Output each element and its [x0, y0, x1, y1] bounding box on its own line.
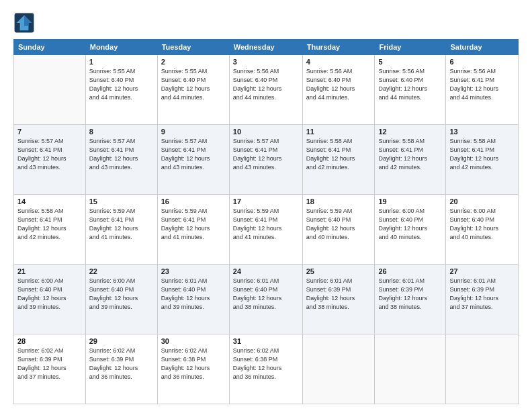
day-number: 11: [306, 128, 371, 136]
day-number: 10: [233, 128, 299, 136]
day-info: Sunrise: 6:00 AMSunset: 6:40 PMDaylight:…: [449, 207, 515, 242]
day-info: Sunrise: 5:57 AMSunset: 6:41 PMDaylight:…: [89, 137, 154, 172]
day-number: 14: [17, 197, 82, 205]
day-info: Sunrise: 5:56 AMSunset: 6:40 PMDaylight:…: [378, 67, 442, 102]
calendar-cell: [302, 334, 375, 404]
calendar-cell: 2Sunrise: 5:55 AMSunset: 6:40 PMDaylight…: [157, 55, 229, 125]
calendar-cell: [446, 334, 519, 404]
day-info: Sunrise: 6:01 AMSunset: 6:39 PMDaylight:…: [449, 277, 515, 312]
day-info: Sunrise: 5:58 AMSunset: 6:41 PMDaylight:…: [449, 137, 515, 172]
day-number: 12: [378, 128, 442, 136]
calendar-cell: 10Sunrise: 5:57 AMSunset: 6:41 PMDayligh…: [229, 125, 302, 195]
calendar-cell: 9Sunrise: 5:57 AMSunset: 6:41 PMDaylight…: [157, 125, 229, 195]
calendar-week-row: 14Sunrise: 5:58 AMSunset: 6:41 PMDayligh…: [14, 195, 519, 265]
day-number: 13: [449, 128, 515, 136]
logo-icon: [13, 12, 35, 34]
day-info: Sunrise: 5:58 AMSunset: 6:41 PMDaylight:…: [17, 207, 82, 242]
calendar-cell: 8Sunrise: 5:57 AMSunset: 6:41 PMDaylight…: [85, 125, 157, 195]
day-info: Sunrise: 5:55 AMSunset: 6:40 PMDaylight:…: [161, 67, 226, 102]
day-info: Sunrise: 5:59 AMSunset: 6:41 PMDaylight:…: [161, 207, 226, 242]
day-info: Sunrise: 5:59 AMSunset: 6:41 PMDaylight:…: [233, 207, 299, 242]
calendar-week-row: 21Sunrise: 6:00 AMSunset: 6:40 PMDayligh…: [14, 265, 519, 334]
day-number: 25: [306, 267, 371, 275]
day-info: Sunrise: 5:58 AMSunset: 6:41 PMDaylight:…: [378, 137, 442, 172]
day-number: 28: [17, 337, 82, 345]
day-number: 1: [89, 58, 154, 66]
calendar-cell: 20Sunrise: 6:00 AMSunset: 6:40 PMDayligh…: [446, 195, 519, 265]
day-info: Sunrise: 6:01 AMSunset: 6:40 PMDaylight:…: [233, 277, 299, 312]
day-number: 7: [17, 128, 82, 136]
calendar-cell: 4Sunrise: 5:56 AMSunset: 6:40 PMDaylight…: [302, 55, 375, 125]
day-number: 30: [161, 337, 226, 345]
day-number: 18: [306, 197, 371, 205]
day-info: Sunrise: 6:01 AMSunset: 6:40 PMDaylight:…: [161, 277, 226, 312]
day-number: 27: [449, 267, 515, 275]
day-info: Sunrise: 6:02 AMSunset: 6:38 PMDaylight:…: [233, 347, 299, 381]
day-info: Sunrise: 5:55 AMSunset: 6:40 PMDaylight:…: [89, 67, 154, 102]
calendar-week-row: 28Sunrise: 6:02 AMSunset: 6:39 PMDayligh…: [14, 334, 519, 404]
day-number: 20: [449, 197, 515, 205]
calendar-week-row: 7Sunrise: 5:57 AMSunset: 6:41 PMDaylight…: [14, 125, 519, 195]
day-number: 21: [17, 267, 82, 275]
weekday-header-thursday: Thursday: [302, 40, 375, 55]
calendar-cell: 3Sunrise: 5:56 AMSunset: 6:40 PMDaylight…: [229, 55, 302, 125]
calendar-cell: 25Sunrise: 6:01 AMSunset: 6:39 PMDayligh…: [302, 265, 375, 334]
day-info: Sunrise: 6:00 AMSunset: 6:40 PMDaylight:…: [17, 277, 82, 312]
header: [13, 12, 519, 34]
day-info: Sunrise: 6:01 AMSunset: 6:39 PMDaylight:…: [306, 277, 371, 312]
calendar-cell: 19Sunrise: 6:00 AMSunset: 6:40 PMDayligh…: [375, 195, 446, 265]
calendar-cell: 27Sunrise: 6:01 AMSunset: 6:39 PMDayligh…: [446, 265, 519, 334]
calendar-cell: 26Sunrise: 6:01 AMSunset: 6:39 PMDayligh…: [375, 265, 446, 334]
calendar-cell: [375, 334, 446, 404]
day-number: 2: [161, 58, 226, 66]
day-info: Sunrise: 5:58 AMSunset: 6:41 PMDaylight:…: [306, 137, 371, 172]
day-number: 4: [306, 58, 371, 66]
calendar-cell: 14Sunrise: 5:58 AMSunset: 6:41 PMDayligh…: [14, 195, 86, 265]
day-info: Sunrise: 6:02 AMSunset: 6:39 PMDaylight:…: [89, 347, 154, 381]
calendar-cell: 29Sunrise: 6:02 AMSunset: 6:39 PMDayligh…: [85, 334, 157, 404]
calendar-week-row: 1Sunrise: 5:55 AMSunset: 6:40 PMDaylight…: [14, 55, 519, 125]
calendar-cell: 28Sunrise: 6:02 AMSunset: 6:39 PMDayligh…: [14, 334, 86, 404]
calendar-cell: 31Sunrise: 6:02 AMSunset: 6:38 PMDayligh…: [229, 334, 302, 404]
day-info: Sunrise: 6:00 AMSunset: 6:40 PMDaylight:…: [378, 207, 442, 242]
day-number: 16: [161, 197, 226, 205]
calendar-cell: [14, 55, 86, 125]
day-info: Sunrise: 5:56 AMSunset: 6:40 PMDaylight:…: [306, 67, 371, 102]
weekday-header-tuesday: Tuesday: [157, 40, 229, 55]
day-number: 29: [89, 337, 154, 345]
day-info: Sunrise: 5:59 AMSunset: 6:40 PMDaylight:…: [306, 207, 371, 242]
day-number: 23: [161, 267, 226, 275]
day-info: Sunrise: 5:56 AMSunset: 6:40 PMDaylight:…: [233, 67, 299, 102]
day-info: Sunrise: 5:59 AMSunset: 6:41 PMDaylight:…: [89, 207, 154, 242]
calendar-cell: 30Sunrise: 6:02 AMSunset: 6:38 PMDayligh…: [157, 334, 229, 404]
weekday-header-sunday: Sunday: [14, 40, 86, 55]
day-number: 15: [89, 197, 154, 205]
day-info: Sunrise: 5:56 AMSunset: 6:41 PMDaylight:…: [449, 67, 515, 102]
day-number: 8: [89, 128, 154, 136]
calendar-cell: 1Sunrise: 5:55 AMSunset: 6:40 PMDaylight…: [85, 55, 157, 125]
calendar-cell: 18Sunrise: 5:59 AMSunset: 6:40 PMDayligh…: [302, 195, 375, 265]
day-number: 3: [233, 58, 299, 66]
day-info: Sunrise: 6:02 AMSunset: 6:38 PMDaylight:…: [161, 347, 226, 381]
calendar-cell: 5Sunrise: 5:56 AMSunset: 6:40 PMDaylight…: [375, 55, 446, 125]
calendar-cell: 21Sunrise: 6:00 AMSunset: 6:40 PMDayligh…: [14, 265, 86, 334]
calendar-cell: 24Sunrise: 6:01 AMSunset: 6:40 PMDayligh…: [229, 265, 302, 334]
day-number: 9: [161, 128, 226, 136]
calendar-cell: 17Sunrise: 5:59 AMSunset: 6:41 PMDayligh…: [229, 195, 302, 265]
calendar-cell: 7Sunrise: 5:57 AMSunset: 6:41 PMDaylight…: [14, 125, 86, 195]
day-info: Sunrise: 6:00 AMSunset: 6:40 PMDaylight:…: [89, 277, 154, 312]
day-info: Sunrise: 5:57 AMSunset: 6:41 PMDaylight:…: [233, 137, 299, 172]
day-number: 22: [89, 267, 154, 275]
day-number: 31: [233, 337, 299, 345]
weekday-header-wednesday: Wednesday: [229, 40, 302, 55]
calendar-cell: 23Sunrise: 6:01 AMSunset: 6:40 PMDayligh…: [157, 265, 229, 334]
calendar-table: SundayMondayTuesdayWednesdayThursdayFrid…: [13, 39, 519, 404]
page: SundayMondayTuesdayWednesdayThursdayFrid…: [0, 0, 532, 411]
weekday-header-monday: Monday: [85, 40, 157, 55]
logo: [13, 12, 38, 34]
day-info: Sunrise: 5:57 AMSunset: 6:41 PMDaylight:…: [17, 137, 82, 172]
calendar-cell: 12Sunrise: 5:58 AMSunset: 6:41 PMDayligh…: [375, 125, 446, 195]
day-number: 19: [378, 197, 442, 205]
day-number: 24: [233, 267, 299, 275]
day-number: 5: [378, 58, 442, 66]
